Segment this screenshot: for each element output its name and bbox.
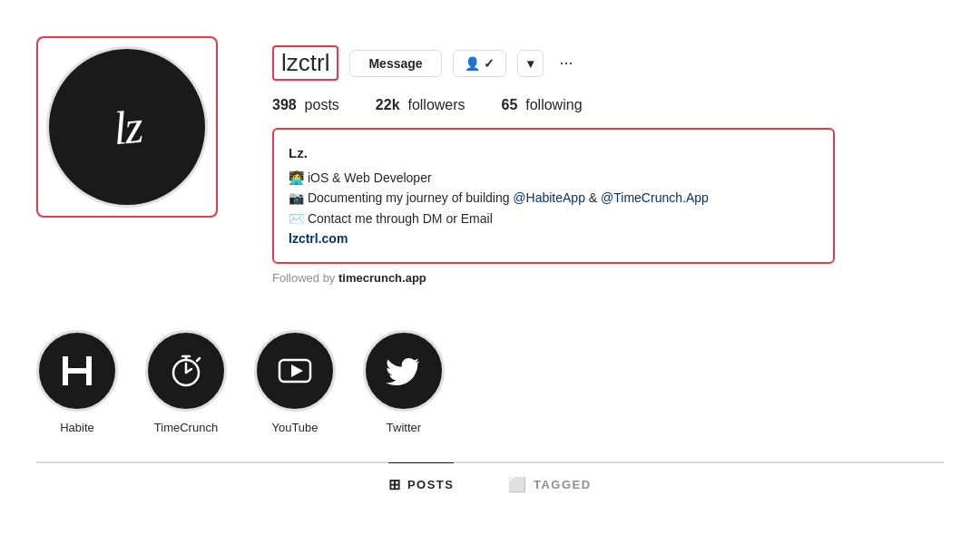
tagged-person-icon: ⬜ <box>508 476 528 493</box>
checkmark-icon: ✓ <box>484 56 495 71</box>
following-count: 65 <box>502 97 518 112</box>
following-stat: 65 following <box>502 97 583 113</box>
posts-label: posts <box>305 97 339 112</box>
bio-line2: 📷 Documenting my journey of building @Ha… <box>289 188 818 208</box>
person-icon: 👤 <box>465 56 480 71</box>
more-options-button[interactable]: ··· <box>554 50 579 76</box>
posts-grid-icon: ⊞ <box>388 476 402 493</box>
bio-line3: ✉️ Contact me through DM or Email <box>289 209 818 228</box>
bio-name: Lz. <box>289 142 818 164</box>
avatar-wrapper: lz <box>36 36 218 218</box>
timecrunch-icon <box>167 352 205 390</box>
mention-habiteapp[interactable]: @HabiteApp <box>513 190 585 205</box>
posts-count: 398 <box>272 97 297 112</box>
highlight-item-timecrunch[interactable]: TimeCrunch <box>145 330 227 434</box>
highlight-circle-youtube <box>254 330 336 412</box>
message-button[interactable]: Message <box>349 50 441 77</box>
tab-posts[interactable]: ⊞ POSTS <box>388 462 454 506</box>
bio-box: Lz. 👩‍💻 iOS & Web Developer 📷 Documentin… <box>272 128 835 264</box>
posts-stat: 398 posts <box>272 97 339 113</box>
twitter-icon <box>385 352 423 390</box>
highlight-circle-timecrunch <box>145 330 227 412</box>
avatar-initials: lz <box>111 99 143 154</box>
profile-info: lzctrl Message 👤 ✓ ▾ ··· 398 posts 22k f… <box>272 36 944 285</box>
highlight-label-twitter: Twitter <box>387 421 421 434</box>
followers-stat: 22k followers <box>376 97 466 113</box>
highlight-label-youtube: YouTube <box>271 421 318 434</box>
tabs-section: ⊞ POSTS ⬜ TAGGED <box>36 462 944 506</box>
followed-by-account[interactable]: timecrunch.app <box>338 271 426 285</box>
highlight-label-habite: Habite <box>60 421 94 434</box>
svg-rect-1 <box>63 368 86 374</box>
bio-link[interactable]: lzctrl.com <box>289 231 348 246</box>
svg-marker-10 <box>291 364 303 377</box>
svg-rect-2 <box>86 356 92 385</box>
followers-label: followers <box>407 97 465 112</box>
profile-header: lz lzctrl Message 👤 ✓ ▾ ··· 398 posts <box>36 18 944 312</box>
youtube-icon <box>276 352 314 390</box>
mention-timecrunch[interactable]: @TimeCrunch.App <box>601 190 709 205</box>
bio-line1: 👩‍💻 iOS & Web Developer <box>289 168 818 188</box>
highlight-item-habite[interactable]: Habite <box>36 330 118 434</box>
highlights-section: Habite TimeCrunch <box>36 312 944 462</box>
bio-line2-mid: & <box>585 190 601 205</box>
highlight-label-timecrunch: TimeCrunch <box>154 421 218 434</box>
follow-button[interactable]: 👤 ✓ <box>453 50 506 77</box>
highlight-item-twitter[interactable]: Twitter <box>363 330 445 434</box>
following-label: following <box>525 97 582 112</box>
tab-tagged[interactable]: ⬜ TAGGED <box>508 462 591 506</box>
svg-line-8 <box>197 358 200 361</box>
followed-by: Followed by timecrunch.app <box>272 271 944 285</box>
habite-icon <box>58 352 96 390</box>
avatar: lz <box>46 46 208 208</box>
followers-count: 22k <box>376 97 400 112</box>
highlight-item-youtube[interactable]: YouTube <box>254 330 336 434</box>
username: lzctrl <box>272 45 338 81</box>
highlight-circle-twitter <box>363 330 445 412</box>
stats-row: 398 posts 22k followers 65 following <box>272 97 944 113</box>
highlight-circle-habite <box>36 330 118 412</box>
tab-tagged-label: TAGGED <box>534 478 592 491</box>
followed-by-prefix: Followed by <box>272 271 338 285</box>
profile-page: lz lzctrl Message 👤 ✓ ▾ ··· 398 posts <box>0 0 980 506</box>
bio-line2-prefix: 📷 Documenting my journey of building <box>289 190 513 205</box>
profile-top-row: lzctrl Message 👤 ✓ ▾ ··· <box>272 45 944 81</box>
tab-posts-label: POSTS <box>407 478 455 491</box>
dropdown-button[interactable]: ▾ <box>517 50 544 77</box>
